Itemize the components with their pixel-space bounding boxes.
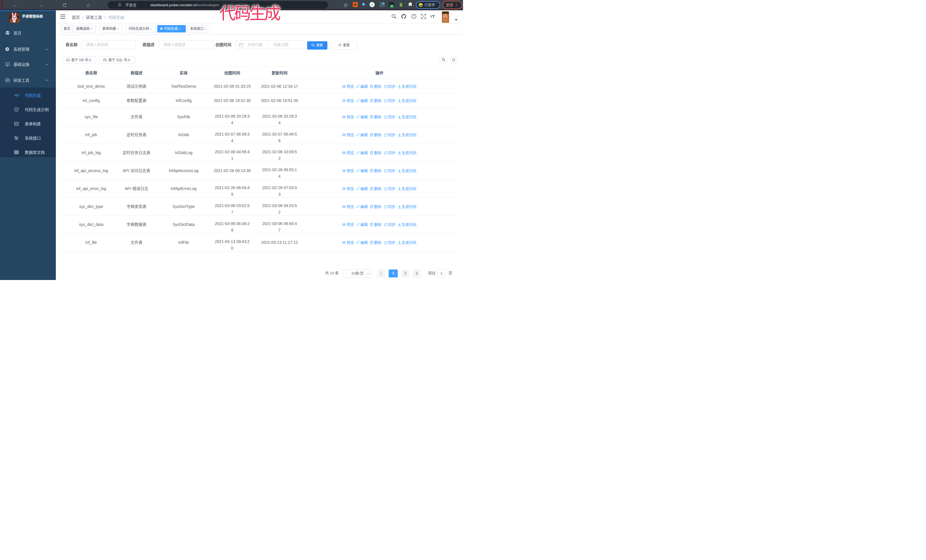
svg-text:?: ? (413, 15, 415, 18)
